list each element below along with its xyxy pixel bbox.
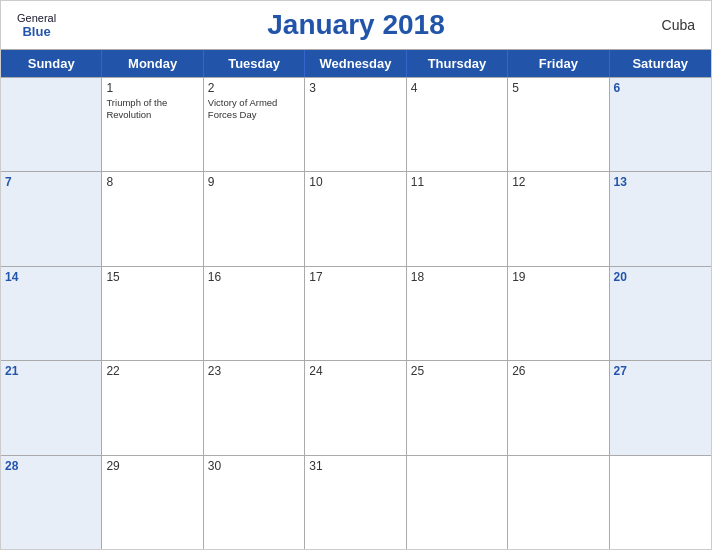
header-wednesday: Wednesday [305,50,406,77]
day-cell: 14 [1,267,102,360]
day-number: 19 [512,270,604,284]
day-number: 29 [106,459,198,473]
day-number: 7 [5,175,97,189]
logo-general: General [17,12,56,24]
week-row: 1Triumph of the Revolution2Victory of Ar… [1,77,711,171]
day-number: 22 [106,364,198,378]
week-row: 28293031 [1,455,711,549]
day-headers: Sunday Monday Tuesday Wednesday Thursday… [1,50,711,77]
day-cell: 18 [407,267,508,360]
day-cell: 13 [610,172,711,265]
day-number: 21 [5,364,97,378]
day-number: 6 [614,81,707,95]
day-cell: 22 [102,361,203,454]
calendar-grid: Sunday Monday Tuesday Wednesday Thursday… [1,49,711,549]
day-number: 12 [512,175,604,189]
day-cell: 1Triumph of the Revolution [102,78,203,171]
day-number: 18 [411,270,503,284]
day-cell: 10 [305,172,406,265]
day-number: 16 [208,270,300,284]
day-cell: 23 [204,361,305,454]
day-cell: 27 [610,361,711,454]
calendar: General Blue January 2018 Cuba Sunday Mo… [0,0,712,550]
header-monday: Monday [102,50,203,77]
day-number: 11 [411,175,503,189]
day-cell: 30 [204,456,305,549]
week-row: 78910111213 [1,171,711,265]
day-cell: 9 [204,172,305,265]
header-friday: Friday [508,50,609,77]
day-cell: 7 [1,172,102,265]
day-number: 20 [614,270,707,284]
day-number: 25 [411,364,503,378]
day-number: 13 [614,175,707,189]
day-cell: 4 [407,78,508,171]
day-cell [508,456,609,549]
day-number: 28 [5,459,97,473]
day-cell [407,456,508,549]
day-cell: 31 [305,456,406,549]
day-cell: 12 [508,172,609,265]
day-cell: 8 [102,172,203,265]
weeks: 1Triumph of the Revolution2Victory of Ar… [1,77,711,549]
day-cell: 29 [102,456,203,549]
day-cell: 19 [508,267,609,360]
week-row: 14151617181920 [1,266,711,360]
day-number: 4 [411,81,503,95]
header-thursday: Thursday [407,50,508,77]
day-cell: 15 [102,267,203,360]
day-number: 1 [106,81,198,95]
header-sunday: Sunday [1,50,102,77]
day-number: 2 [208,81,300,95]
day-cell: 21 [1,361,102,454]
day-number: 5 [512,81,604,95]
header-saturday: Saturday [610,50,711,77]
logo: General Blue [17,12,56,39]
day-cell: 28 [1,456,102,549]
day-number: 17 [309,270,401,284]
day-number: 31 [309,459,401,473]
holiday-text: Triumph of the Revolution [106,97,198,122]
holiday-text: Victory of Armed Forces Day [208,97,300,122]
day-cell [1,78,102,171]
day-cell: 26 [508,361,609,454]
week-row: 21222324252627 [1,360,711,454]
day-cell: 3 [305,78,406,171]
day-number: 24 [309,364,401,378]
day-cell: 17 [305,267,406,360]
country-label: Cuba [662,17,695,33]
calendar-header: General Blue January 2018 Cuba [1,1,711,49]
header-tuesday: Tuesday [204,50,305,77]
day-cell: 6 [610,78,711,171]
day-cell: 2Victory of Armed Forces Day [204,78,305,171]
day-cell: 24 [305,361,406,454]
day-number: 23 [208,364,300,378]
day-number: 10 [309,175,401,189]
day-cell: 25 [407,361,508,454]
day-cell: 16 [204,267,305,360]
day-number: 26 [512,364,604,378]
day-cell: 11 [407,172,508,265]
day-cell: 20 [610,267,711,360]
day-number: 15 [106,270,198,284]
day-number: 8 [106,175,198,189]
month-title: January 2018 [267,9,444,41]
day-number: 30 [208,459,300,473]
day-number: 9 [208,175,300,189]
day-cell [610,456,711,549]
logo-blue: Blue [22,24,50,39]
day-cell: 5 [508,78,609,171]
day-number: 3 [309,81,401,95]
day-number: 27 [614,364,707,378]
day-number: 14 [5,270,97,284]
